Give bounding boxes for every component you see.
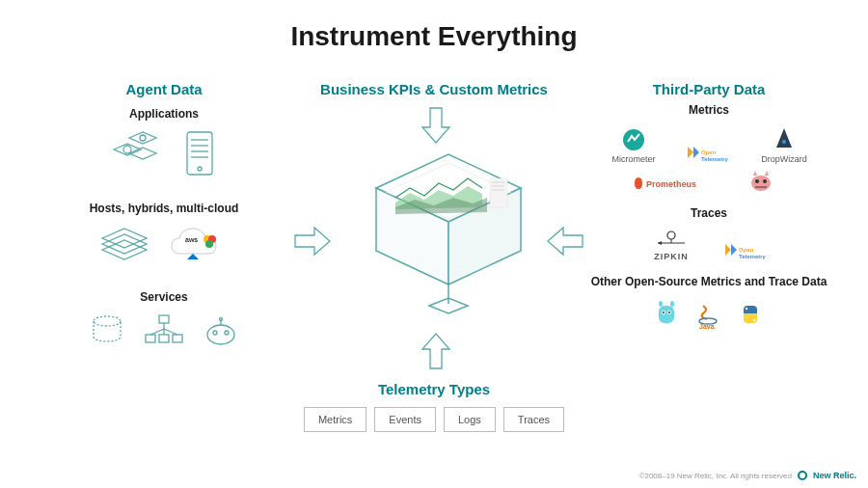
svg-text:Prometheus: Prometheus [646,179,696,189]
go-gopher-icon [655,300,678,327]
python-icon [738,302,763,327]
traces-icons: ZIPKIN OpenTelemetry [588,230,829,261]
arrow-left-icon [544,222,586,260]
arrow-up-icon [417,330,455,372]
svg-point-54 [782,140,786,144]
svg-rect-21 [146,335,155,342]
new-relic-logo-icon [798,471,807,480]
svg-text:Open: Open [739,247,754,253]
svg-marker-47 [548,228,583,255]
svg-marker-0 [129,132,156,144]
zipkin-label: ZIPKIN [654,252,689,261]
robot-icon [203,317,238,348]
zipkin-icon [654,230,689,249]
telemetry-type-logs: Logs [444,407,496,432]
metrics-icons: Micrometer OpenTelemetry DropWizard [588,126,829,164]
opentelemetry-icon: OpenTelemetry [684,143,734,164]
monitor-icon [366,149,530,317]
kpi-heading: Business KPIs & Custom Metrics [289,81,579,97]
svg-point-29 [225,331,229,335]
svg-marker-45 [422,334,449,368]
micrometer-label: Micrometer [611,154,655,164]
arrow-right-icon [291,222,334,260]
opentelemetry-icon: OpenTelemetry [721,240,772,261]
third-party-column: Third-Party Data Metrics Micrometer Open… [588,81,829,327]
svg-text:Java: Java [699,323,715,330]
other-icons: Java [588,300,829,327]
telemetry-section: Telemetry Types Metrics Events Logs Trac… [285,381,583,432]
svg-point-79 [746,307,747,309]
svg-point-80 [753,318,755,320]
telemetry-type-metrics: Metrics [304,407,366,432]
micrometer-icon [622,128,645,151]
telemetry-heading: Telemetry Types [285,381,583,397]
dropwizard-icon [774,126,794,151]
svg-marker-67 [731,244,737,256]
agent-data-column: Agent Data Applications Hosts, hybrids, … [58,81,270,348]
svg-text:Open: Open [701,149,717,155]
svg-point-17 [205,240,213,248]
svg-point-75 [659,301,663,307]
svg-rect-5 [187,132,212,175]
brand-name: New Relic. [813,471,856,480]
svg-point-76 [670,301,674,307]
metrics-icons-2: Prometheus [588,168,829,193]
svg-rect-40 [490,178,507,207]
footer: ©2008–19 New Relic, Inc. All rights rese… [639,471,856,480]
svg-point-4 [140,135,146,141]
svg-point-58 [763,179,767,183]
database-icon [90,313,124,348]
jaeger-icon [747,168,774,193]
svg-marker-13 [102,229,147,248]
prometheus-icon: Prometheus [633,176,710,193]
svg-marker-65 [658,241,662,245]
other-label: Other Open-Source Metrics and Trace Data [588,275,829,290]
svg-point-3 [123,146,131,153]
svg-text:aws: aws [185,236,198,243]
svg-rect-70 [659,306,674,323]
gear-settings-icon [114,130,168,178]
svg-marker-18 [187,254,199,259]
svg-rect-23 [173,335,182,342]
java-icon: Java [695,300,720,327]
svg-point-28 [213,331,217,335]
svg-point-19 [94,316,121,326]
svg-point-27 [207,325,234,344]
svg-marker-44 [422,108,449,143]
services-label: Services [58,290,270,304]
page-title: Instrument Everything [0,0,868,52]
svg-line-25 [150,329,164,335]
svg-marker-53 [776,128,792,148]
svg-rect-20 [159,315,169,323]
svg-marker-59 [753,171,757,176]
svg-point-62 [667,231,675,239]
telemetry-boxes: Metrics Events Logs Traces [285,407,583,432]
svg-point-73 [663,312,665,313]
copyright: ©2008–19 New Relic, Inc. All rights rese… [639,472,792,480]
svg-rect-22 [159,335,169,342]
server-stack-icon [98,225,150,267]
agent-data-heading: Agent Data [58,81,270,97]
svg-point-10 [198,167,202,171]
applications-icons [58,130,270,178]
svg-line-26 [164,329,177,335]
metrics-label: Metrics [588,103,829,117]
traces-label: Traces [588,206,829,220]
mobile-app-icon [185,130,214,178]
svg-marker-49 [688,147,693,158]
svg-marker-66 [725,244,731,256]
svg-point-56 [751,176,771,191]
arrow-down-icon [417,104,455,147]
services-icons [58,313,270,348]
svg-point-74 [668,312,670,313]
telemetry-type-events: Events [374,407,436,432]
dropwizard-label: DropWizard [761,154,807,164]
svg-marker-11 [102,240,147,259]
svg-marker-50 [693,147,699,158]
applications-label: Applications [58,107,270,121]
svg-point-57 [755,179,759,183]
microservices-icon [142,313,186,348]
hosts-icons: aws [58,225,270,267]
svg-text:Telemetry: Telemetry [739,254,767,259]
hosts-label: Hosts, hybrids, multi-cloud [58,202,270,215]
